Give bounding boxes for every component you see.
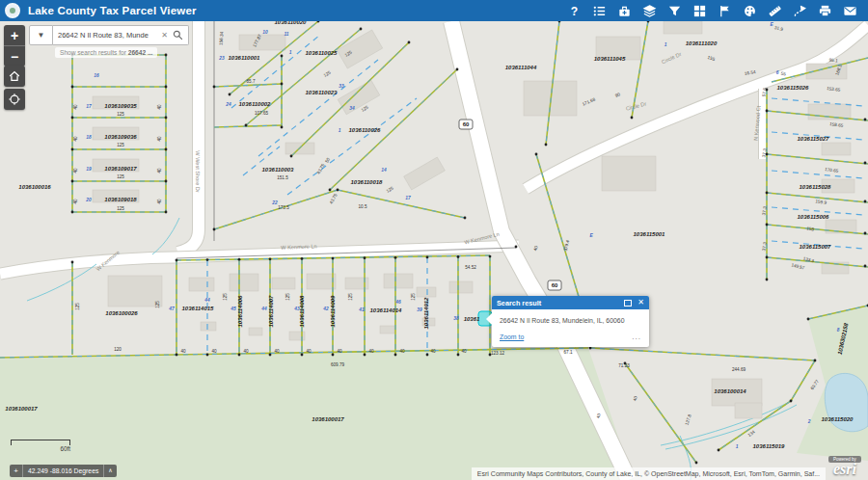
esri-logo: Powered by esri: [824, 456, 866, 478]
dimension-label: 40: [274, 349, 280, 354]
draw-icon[interactable]: [742, 3, 758, 19]
filter-icon[interactable]: [666, 3, 683, 19]
dimension-label: 125: [348, 293, 353, 301]
popup-more-icon[interactable]: ...: [632, 336, 641, 338]
dimension-label: 85.7: [247, 79, 256, 84]
parcel-label: 1036100014: [714, 388, 746, 394]
search-input[interactable]: [53, 31, 158, 40]
zoom-to-link[interactable]: Zoom to: [500, 333, 632, 340]
dimension-label: 71.23: [618, 363, 630, 368]
parcel-label: 1036100026: [105, 310, 138, 316]
measurement-icon[interactable]: [767, 3, 783, 19]
lot-number-label: 34: [349, 106, 355, 111]
parcel-label: 1036114008: [299, 295, 305, 328]
route-shield: 60: [548, 280, 561, 290]
lot-number-label: 17: [405, 196, 411, 200]
lot-number-label: 16: [94, 73, 99, 78]
help-icon[interactable]: ?: [566, 3, 583, 19]
map-canvas[interactable]: 6060W West Shore DrW KenmoreW Kenmore Ln…: [0, 0, 868, 480]
directions-icon[interactable]: [792, 3, 808, 19]
dimension-label: 244.69: [732, 367, 746, 372]
parcel-label: 1036100017: [5, 406, 38, 412]
lot-number-label: 33: [339, 84, 344, 89]
lot-number-label: 19: [86, 167, 92, 172]
locate-button[interactable]: [4, 89, 25, 110]
dimension-label: 107.65: [255, 111, 268, 116]
maximize-icon[interactable]: [624, 300, 632, 307]
parcel-label: 1036110025: [306, 50, 339, 56]
dimension-label: 125: [117, 206, 124, 211]
lot-number-label: 2: [807, 419, 811, 424]
dimension-label: 40: [73, 168, 78, 173]
zoom-controls: + −: [4, 25, 25, 67]
lot-number-label: 18: [86, 135, 92, 140]
lot-number-label: 8: [837, 328, 840, 333]
svg-text:?: ?: [571, 4, 578, 17]
svg-text:60: 60: [552, 282, 558, 288]
parcel-label: 1036111045: [594, 56, 626, 62]
search-widget: ▼ ✕: [29, 25, 189, 45]
parcel-label: 1036114009: [330, 295, 336, 328]
lot-number-label: 24: [225, 102, 231, 107]
clear-search-icon[interactable]: ✕: [158, 31, 171, 40]
parcel-label: 1036115006: [798, 214, 830, 220]
chevron-up-icon[interactable]: ∧: [103, 465, 116, 477]
lot-number-label: 46: [394, 300, 401, 305]
search-source-dropdown[interactable]: ▼: [29, 25, 53, 45]
dimension-label: 40: [73, 199, 78, 204]
zoom-out-button[interactable]: −: [4, 45, 25, 67]
search-suggestion[interactable]: Show search results for 26642 ...: [55, 47, 157, 58]
lot-number-label: 41: [358, 307, 365, 312]
dimension-label: 54.52: [465, 265, 476, 270]
zoom-in-button[interactable]: +: [4, 25, 25, 45]
dimension-label: 125: [117, 174, 124, 179]
dimension-label: 40: [73, 136, 78, 142]
parcel-label: 1036100016: [18, 184, 51, 190]
lot-number-label: 44: [260, 307, 267, 311]
search-box: ✕: [53, 25, 189, 45]
dimension-label: 40: [461, 349, 467, 354]
app-title: Lake County Tax Parcel Viewer: [28, 5, 197, 16]
parcel-label: 1036109036: [104, 134, 137, 140]
bookmark-icon[interactable]: [717, 3, 733, 19]
parcel-label: 1036115027: [798, 136, 830, 142]
add-data-icon[interactable]: [616, 3, 633, 19]
parcel-label: 1036110023: [306, 90, 339, 95]
home-button[interactable]: [4, 66, 25, 87]
dimension-label: 40: [157, 104, 162, 110]
parcel-label: 1036115001: [634, 231, 666, 237]
lot-number-label: 6: [776, 70, 779, 75]
dimension-label: 125: [411, 293, 416, 301]
dimension-label: 125: [223, 293, 228, 301]
print-icon[interactable]: [817, 3, 833, 19]
parcel-label: 1036115028: [800, 184, 832, 190]
dimension-label: 123.12: [491, 351, 504, 356]
legend-icon[interactable]: [591, 3, 608, 19]
layer-list-icon[interactable]: [641, 3, 658, 19]
dimension-label: 125: [285, 293, 290, 301]
parcel-label: 1036109035: [104, 103, 137, 109]
dimension-label: 40: [157, 168, 162, 173]
parcel-label: 1036111044: [505, 65, 537, 70]
parcel-label: 1036110018: [351, 179, 384, 185]
selected-parcel-label: 10361: [464, 316, 480, 322]
lot-number-label: 1: [289, 50, 292, 55]
basemap-gallery-icon[interactable]: [692, 3, 708, 19]
dimension-label: 40: [157, 136, 162, 142]
share-icon[interactable]: [842, 3, 858, 19]
search-icon[interactable]: [171, 30, 188, 40]
crosshair-icon[interactable]: +: [10, 465, 23, 477]
dimension-label: 156.34: [219, 31, 225, 45]
parcel-label: 1036114006: [237, 295, 243, 328]
dimension-label: 151.5: [277, 175, 288, 180]
dimension-label: 125: [117, 112, 124, 117]
close-icon[interactable]: ✕: [637, 299, 644, 307]
dimension-label: 125: [117, 143, 124, 147]
parcel-label: 1036110001: [229, 55, 261, 61]
coordinates-widget: + 42.249 -88.016 Degrees ∧: [10, 465, 117, 477]
parcel-label: 1036109017: [104, 166, 137, 172]
lot-number-label: 11: [285, 32, 289, 37]
parcel-label: 1036115019: [753, 443, 786, 449]
parcel-label: 1036114014: [370, 307, 403, 313]
lot-number-label: 1: [665, 42, 667, 47]
